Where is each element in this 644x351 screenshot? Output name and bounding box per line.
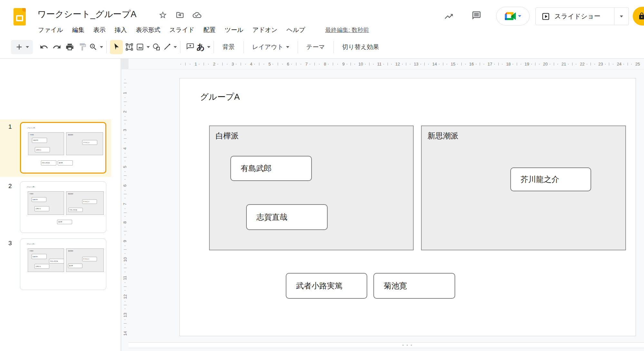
group-box-shirakaba[interactable]: 白樺派 (209, 125, 414, 250)
menu-format[interactable]: 表示形式 (131, 25, 165, 35)
slide-2-thumbnail[interactable]: グループB 白樺派 新思潮派 有島武郎 志賀直哉 芥川龍之介 武者小路実篤 菊池… (20, 181, 106, 233)
mini-name-box: 志賀直哉 (35, 147, 50, 152)
insert-comment-button[interactable] (184, 40, 197, 54)
background-button[interactable]: 背景 (217, 40, 240, 54)
filmstrip-slide-2[interactable]: 2 グループB 白樺派 新思潮派 有島武郎 志賀直哉 芥川龍之介 武者小路実篤 … (0, 179, 111, 236)
print-button[interactable] (63, 40, 76, 54)
menu-addons[interactable]: アドオン (248, 25, 282, 35)
slide-page[interactable]: グループA 白樺派 新思潮派 有島武郎 志賀直哉 芥川龍之介 武者小路実篤 菊池… (179, 78, 636, 336)
name-box-kikuchi[interactable]: 菊池寛 (373, 273, 455, 299)
undo-button[interactable] (37, 40, 50, 54)
theme-button[interactable]: テーマ (301, 40, 330, 54)
mini-name-box: 有島武郎 (32, 138, 47, 143)
comment-history-icon[interactable] (472, 11, 481, 20)
mini-name-box: 武者小路実篤 (49, 259, 64, 264)
text-box-icon (125, 43, 134, 51)
redo-icon (53, 43, 61, 51)
slide-1-thumbnail[interactable]: グループA 白樺派 新思潮派 有島武郎 志賀直哉 芥川龍之介 武者小路実篤 菊池… (20, 122, 106, 174)
last-edit-link[interactable]: 最終編集: 数秒前 (325, 26, 369, 34)
share-button[interactable] (633, 7, 644, 25)
shape-button[interactable] (150, 40, 163, 54)
h-ruler-unit: 12 (382, 59, 401, 69)
menu-tools[interactable]: ツール (220, 25, 248, 35)
vertical-ruler-ticks: 1234567891011121314 (121, 78, 129, 337)
select-tool-button[interactable] (110, 40, 123, 54)
zoom-icon (89, 43, 98, 51)
toolbar-separator (214, 41, 214, 53)
slide-title-text[interactable]: グループA (200, 91, 240, 103)
h-ruler-unit: 17 (475, 59, 493, 69)
google-meet-icon (505, 12, 516, 21)
menubar: ファイル 編集 表示 挿入 表示形式 スライド 配置 ツール アドオン ヘルプ … (34, 25, 369, 35)
furigana-button[interactable]: あ (197, 40, 210, 54)
name-box-shiga[interactable]: 志賀直哉 (246, 204, 328, 230)
title-icons (159, 11, 201, 19)
image-icon (136, 43, 144, 51)
insert-image-button[interactable] (136, 40, 150, 54)
image-caret-icon (147, 46, 150, 48)
paint-format-button[interactable] (76, 40, 89, 54)
v-ruler-unit: 8 (121, 207, 129, 226)
mini-name-box: 志賀直哉 (34, 206, 50, 211)
v-ruler-unit: 2 (121, 96, 129, 115)
menu-file[interactable]: ファイル (34, 25, 68, 35)
menu-help[interactable]: ヘルプ (282, 25, 310, 35)
mini-slide-title: グループC (27, 243, 34, 245)
h-ruler-unit: 7 (290, 59, 309, 69)
filmstrip-slide-3[interactable]: 3 グループC 白樺派 新思潮派 有島武郎 武者小路実篤 志賀直哉 芥川龍之介 … (0, 236, 111, 293)
name-box-mushanokoji[interactable]: 武者小路実篤 (286, 273, 367, 299)
vertical-ruler: 1234567891011121314 (121, 69, 129, 343)
menu-arrange[interactable]: 配置 (199, 25, 220, 35)
toolbar-separator (244, 41, 244, 53)
slideshow-caret-icon (620, 15, 623, 17)
meet-dropdown-caret-icon (518, 15, 521, 17)
slides-logo-icon[interactable] (14, 8, 26, 25)
horizontal-ruler: 1234567891011121314151617181920212223242… (129, 59, 644, 70)
slide-3-thumbnail[interactable]: グループC 白樺派 新思潮派 有島武郎 武者小路実篤 志賀直哉 芥川龍之介 菊池… (20, 238, 106, 290)
menu-edit[interactable]: 編集 (68, 25, 89, 35)
mini-name-box: 芥川龍之介 (82, 257, 97, 261)
undo-icon (40, 43, 48, 51)
zoom-button[interactable] (89, 40, 103, 54)
h-ruler-unit: 15 (438, 59, 456, 69)
slide-canvas[interactable]: グループA 白樺派 新思潮派 有島武郎 志賀直哉 芥川龍之介 武者小路実篤 菊池… (129, 69, 644, 343)
zoom-caret-icon (100, 46, 103, 48)
logo-fold (22, 8, 26, 12)
activity-trend-icon[interactable] (444, 12, 454, 21)
document-title[interactable]: ワークシート_グループA (37, 8, 136, 20)
transition-button[interactable]: 切り替え効果 (337, 40, 384, 54)
line-tool-button[interactable] (163, 40, 177, 54)
name-box-akutagawa[interactable]: 芥川龍之介 (510, 167, 591, 191)
v-ruler-unit: 1 (121, 78, 129, 96)
menu-insert[interactable]: 挿入 (110, 25, 131, 35)
star-icon[interactable] (159, 11, 167, 19)
group-label: 白樺派 (216, 131, 239, 141)
v-ruler-unit: 10 (121, 245, 129, 263)
mini-slide-title: グループA (27, 127, 35, 129)
mini-name-box: 武者小路実篤 (68, 208, 83, 212)
h-ruler-unit: 10 (346, 59, 364, 69)
menu-view[interactable]: 表示 (89, 25, 110, 35)
meet-button[interactable] (496, 7, 530, 25)
slideshow-main[interactable]: スライドショー (536, 8, 614, 25)
h-ruler-unit: 14 (419, 59, 438, 69)
menu-slide[interactable]: スライド (165, 25, 199, 35)
cursor-icon (112, 43, 121, 51)
slideshow-button[interactable]: スライドショー (535, 7, 629, 25)
h-ruler-unit: 21 (549, 59, 567, 69)
move-folder-icon[interactable] (176, 11, 184, 19)
group-label: 新思潮派 (428, 131, 458, 141)
slideshow-dropdown[interactable] (614, 8, 629, 25)
text-box-button[interactable] (123, 40, 136, 54)
toolbar-separator (333, 41, 334, 53)
name-box-arishima[interactable]: 有島武郎 (230, 156, 312, 181)
notes-drag-handle[interactable] (129, 343, 644, 348)
redo-button[interactable] (50, 40, 63, 54)
workspace: 1234567891011121314151617181920212223242… (121, 59, 644, 351)
new-slide-button[interactable] (11, 40, 33, 54)
notes-bar (129, 342, 644, 351)
cloud-saved-icon[interactable] (193, 11, 201, 19)
v-ruler-unit: 11 (121, 263, 129, 281)
layout-button[interactable]: レイアウト (247, 40, 294, 54)
filmstrip-slide-1[interactable]: 1 グループA 白樺派 新思潮派 有島武郎 志賀直哉 芥川龍之介 武者小路実篤 … (0, 119, 111, 177)
